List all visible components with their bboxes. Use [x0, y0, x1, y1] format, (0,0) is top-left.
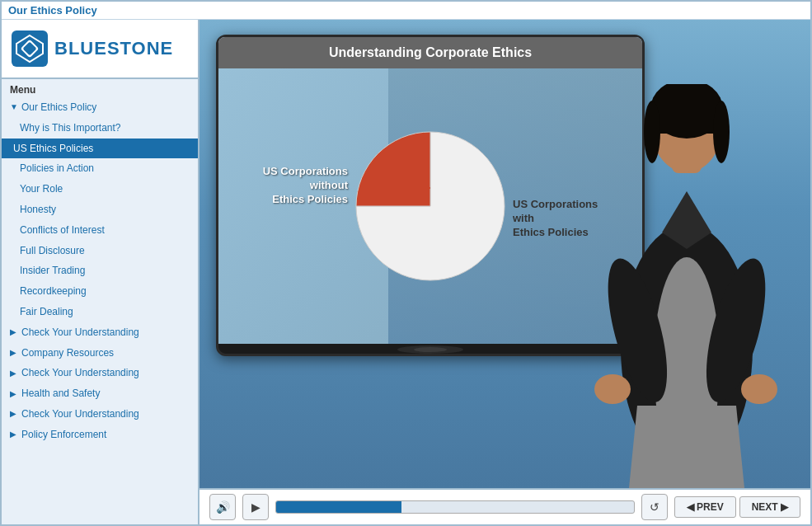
next-button[interactable]: NEXT ▶: [739, 496, 800, 518]
nav-arrow-check-your-understanding-3: ▶: [10, 408, 18, 420]
nav-label-your-role: Your Role: [20, 182, 63, 196]
sidebar-item-recordkeeping[interactable]: Recordkeeping: [2, 281, 198, 302]
sidebar-item-us-ethics-policies[interactable]: US Ethics Policies: [2, 139, 198, 159]
pie-label-right-line2: with: [513, 212, 534, 224]
nav-label-insider-trading: Insider Trading: [20, 264, 85, 278]
pie-svg: [348, 124, 513, 289]
svg-point-15: [644, 101, 660, 163]
pie-chart-container: US Corporations without Ethics Policies: [348, 124, 513, 289]
sidebar-item-honesty[interactable]: Honesty: [2, 200, 198, 220]
sidebar-item-our-ethics-policy[interactable]: ▼Our Ethics Policy: [2, 97, 198, 118]
main-area: BLUESTONE Menu ▼Our Ethics PolicyWhy is …: [2, 20, 810, 524]
sidebar-item-insider-trading[interactable]: Insider Trading: [2, 261, 198, 281]
svg-point-10: [741, 374, 777, 404]
page-title: Our Ethics Policy: [8, 4, 97, 16]
sidebar-item-company-resources[interactable]: ▶Company Resources: [2, 343, 198, 364]
nav-label-check-your-understanding-3: Check Your Understanding: [21, 407, 139, 421]
nav-label-full-disclosure: Full Disclosure: [20, 244, 85, 258]
rewind-icon: ↺: [650, 500, 659, 514]
nav-label-us-ethics-policies: US Ethics Policies: [13, 142, 93, 156]
nav-arrow-check-your-understanding-1: ▶: [10, 326, 18, 338]
presenter-figure: [580, 84, 794, 488]
content-area: Understanding Corporate Ethics US Corpor…: [199, 20, 810, 524]
logo-text: BLUESTONE: [54, 38, 173, 59]
nav-arrow-policy-enforcement: ▶: [10, 429, 18, 440]
nav-label-health-and-safety: Health and Safety: [21, 387, 100, 401]
sidebar-item-your-role[interactable]: Your Role: [2, 179, 198, 200]
logo-area: BLUESTONE: [2, 20, 198, 79]
nav-label-check-your-understanding-2: Check Your Understanding: [21, 366, 139, 380]
header-bar: Our Ethics Policy: [2, 2, 810, 20]
presenter: [571, 76, 802, 488]
pie-label-left-line3: Ethics Policies: [272, 193, 348, 205]
nav-label-why-is-this-important: Why is This Important?: [20, 121, 120, 135]
rewind-button[interactable]: ↺: [641, 494, 668, 520]
progress-bar-fill: [276, 501, 401, 513]
pie-label-left: US Corporations without Ethics Policies: [257, 165, 348, 207]
nav-label-company-resources: Company Resources: [21, 346, 114, 360]
chart-title-bar: Understanding Corporate Ethics: [218, 37, 642, 68]
logo-icon: [12, 31, 48, 67]
play-icon: ▶: [251, 500, 260, 514]
sidebar-item-why-is-this-important[interactable]: Why is This Important?: [2, 118, 198, 139]
nav-arrow-our-ethics-policy: ▼: [10, 101, 18, 113]
pie-arrow-svg: [389, 180, 430, 196]
sidebar-item-check-your-understanding-2[interactable]: ▶Check Your Understanding: [2, 363, 198, 383]
controls-bar: 🔊 ▶ ↺ ◀ PREV NEXT ▶: [199, 488, 810, 524]
prev-button[interactable]: ◀ PREV: [674, 496, 736, 518]
nav-arrow-health-and-safety: ▶: [10, 388, 18, 400]
presentation-area: Understanding Corporate Ethics US Corpor…: [199, 20, 810, 488]
sidebar-item-policies-in-action[interactable]: Policies in Action: [2, 158, 198, 179]
progress-bar-container[interactable]: [275, 500, 635, 514]
sidebar-item-health-and-safety[interactable]: ▶Health and Safety: [2, 383, 198, 404]
sidebar-item-fair-dealing[interactable]: Fair Dealing: [2, 302, 198, 322]
chart-title: Understanding Corporate Ethics: [329, 45, 532, 59]
pie-label-left-line1: US Corporations: [263, 165, 348, 177]
nav-label-our-ethics-policy: Our Ethics Policy: [21, 101, 96, 115]
volume-icon: 🔊: [216, 500, 230, 514]
volume-button[interactable]: 🔊: [209, 494, 236, 520]
sidebar-item-check-your-understanding-3[interactable]: ▶Check Your Understanding: [2, 404, 198, 425]
sidebar-item-conflicts-of-interest[interactable]: Conflicts of Interest: [2, 220, 198, 241]
sidebar-item-policy-enforcement[interactable]: ▶Policy Enforcement: [2, 425, 198, 445]
nav-label-fair-dealing: Fair Dealing: [20, 305, 73, 319]
nav-list: ▼Our Ethics PolicyWhy is This Important?…: [2, 97, 198, 445]
nav-arrow-check-your-understanding-2: ▶: [10, 368, 18, 379]
sidebar: BLUESTONE Menu ▼Our Ethics PolicyWhy is …: [2, 20, 199, 524]
svg-point-16: [713, 101, 730, 163]
nav-arrow-company-resources: ▶: [10, 347, 18, 359]
nav-label-check-your-understanding-1: Check Your Understanding: [21, 326, 139, 340]
monitor-base: [397, 345, 463, 354]
nav-label-conflicts-of-interest: Conflicts of Interest: [20, 223, 105, 237]
menu-label: Menu: [2, 79, 198, 97]
svg-point-9: [594, 374, 631, 404]
svg-rect-14: [650, 101, 723, 134]
nav-buttons: ◀ PREV NEXT ▶: [674, 496, 800, 518]
play-button[interactable]: ▶: [242, 494, 269, 520]
sidebar-item-full-disclosure[interactable]: Full Disclosure: [2, 241, 198, 261]
pie-label-left-line2: without: [310, 179, 348, 191]
sidebar-item-check-your-understanding-1[interactable]: ▶Check Your Understanding: [2, 322, 198, 343]
nav-label-policies-in-action: Policies in Action: [20, 162, 94, 176]
presenter-svg: [580, 84, 794, 488]
nav-label-policy-enforcement: Policy Enforcement: [21, 428, 106, 442]
app-wrapper: Our Ethics Policy BLUESTONE Menu ▼Our Et…: [0, 0, 812, 526]
nav-label-honesty: Honesty: [20, 203, 56, 217]
nav-label-recordkeeping: Recordkeeping: [20, 284, 87, 298]
